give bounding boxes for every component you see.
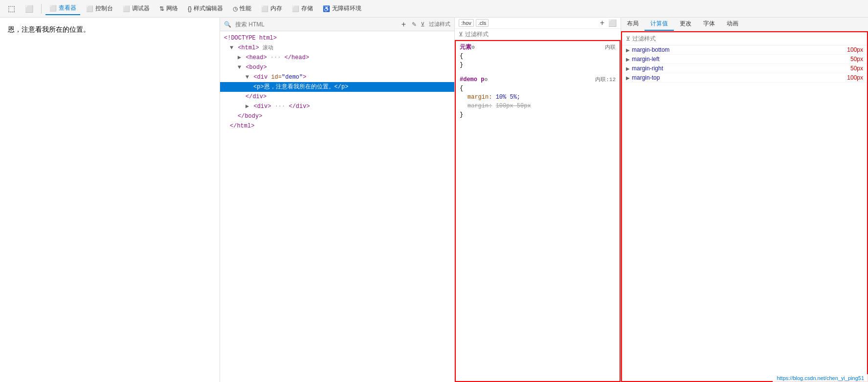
bottom-url: https://blog.csdn.net/chen_yi_ping51 <box>773 374 868 382</box>
tab-performance[interactable]: ◷ 性能 <box>229 2 255 15</box>
dom-toolbar: 🔍 + ✎ ⊻ 过滤样式 <box>220 18 454 31</box>
computed-property-margin-bottom[interactable]: ▶ margin-bottom 100px <box>622 45 867 55</box>
dom-node-div-close[interactable]: </div> <box>220 92 454 102</box>
computed-property-margin-top[interactable]: ▶ margin-top 100px <box>622 73 867 83</box>
cls-button[interactable]: .cls <box>476 19 489 27</box>
computed-panel: 布局 计算值 更改 字体 动画 ⊻ ▶ margin-bottom 100px <box>621 18 868 382</box>
styles-panel: :hov .cls + ⬜ ⊻ 元素 ⚙ 内联 <box>455 18 621 382</box>
tab-animations[interactable]: 动画 <box>721 18 744 31</box>
tab-console[interactable]: ⬜ 控制台 <box>82 2 117 15</box>
dom-node-div-collapsed[interactable]: ▶ <div> ··· </div> <box>220 102 454 111</box>
network-icon: ⇅ <box>159 5 164 12</box>
preview-text: 恩，注意看我所在的位置。 <box>8 25 212 34</box>
dom-node-body-close[interactable]: </body> <box>220 111 454 121</box>
storage-icon: ⬜ <box>292 5 299 12</box>
styles-section-demo-p: #demo p ⚙ 内联:12 { margin: 10% 5%; margin… <box>456 73 620 121</box>
style-editor-icon: {} <box>188 5 192 12</box>
dom-node-html-close[interactable]: </html> <box>220 121 454 131</box>
performance-icon: ◷ <box>233 5 238 12</box>
filter-styles-icon: ⊻ <box>459 31 463 38</box>
tab-debugger[interactable]: ⬜ 调试器 <box>119 2 154 15</box>
computed-filter-input[interactable] <box>632 34 863 43</box>
dom-node-html[interactable]: ▼ <html> 滚动 <box>220 43 454 53</box>
dom-node-head[interactable]: ▶ <head> ··· </head> <box>220 53 454 63</box>
console-icon: ⬜ <box>86 5 93 12</box>
tab-computed[interactable]: 计算值 <box>645 18 674 31</box>
accessibility-icon: ♿ <box>323 5 330 12</box>
search-icon: 🔍 <box>224 21 231 28</box>
hov-button[interactable]: :hov <box>459 19 474 27</box>
dom-node-doctype[interactable]: <!DOCTYPE html> <box>220 33 454 43</box>
styles-toolbar: :hov .cls + ⬜ <box>455 18 621 29</box>
search-input[interactable] <box>235 20 396 29</box>
app-container: ⬚ ⬜ ⬜ 查看器 ⬜ 控制台 ⬜ 调试器 ⇅ 网络 {} 样式编辑器 ◷ 性能… <box>0 0 868 382</box>
tab-inspector[interactable]: ⬜ 查看器 <box>45 2 80 15</box>
inspector-icon: ⬜ <box>49 5 57 12</box>
dom-node-div-demo[interactable]: ▼ <div id="demo"> <box>220 72 454 82</box>
new-style-sheet-icon[interactable]: ⬜ <box>608 19 617 27</box>
computed-tabs: 布局 计算值 更改 字体 动画 <box>621 18 868 31</box>
memory-icon: ⬜ <box>261 5 268 12</box>
content-area: 恩，注意看我所在的位置。 🔍 + ✎ ⊻ 过滤样式 <!DOCTYPE html… <box>0 18 868 382</box>
styles-rules: 元素 ⚙ 内联 { } #demo p ⚙ 内联:12 <box>455 40 621 382</box>
styles-section-element: 元素 ⚙ 内联 { } <box>456 41 620 71</box>
tab-changes[interactable]: 更改 <box>674 18 697 31</box>
responsive-button[interactable]: ⬜ <box>21 3 37 15</box>
tab-network[interactable]: ⇅ 网络 <box>156 2 182 15</box>
filter-styles-input[interactable] <box>465 30 617 39</box>
computed-filter-row: ⊻ <box>622 32 867 45</box>
computed-property-margin-left[interactable]: ▶ margin-left 50px <box>622 55 867 64</box>
computed-filter-icon: ⊻ <box>626 35 630 42</box>
tab-layout[interactable]: 布局 <box>621 18 645 31</box>
picker-icon[interactable]: ✎ <box>412 21 417 28</box>
separator-1 <box>41 4 42 14</box>
devtools-toolbar: ⬚ ⬜ ⬜ 查看器 ⬜ 控制台 ⬜ 调试器 ⇅ 网络 {} 样式编辑器 ◷ 性能… <box>0 0 868 18</box>
debugger-icon: ⬜ <box>123 5 130 12</box>
dom-tree: <!DOCTYPE html> ▼ <html> 滚动 ▶ <head> ···… <box>220 31 454 382</box>
tab-accessibility[interactable]: ♿ 无障碍环境 <box>319 2 365 15</box>
preview-pane: 恩，注意看我所在的位置。 <box>0 18 220 382</box>
add-style-rule-button[interactable]: + <box>598 19 606 27</box>
filter-styles-row: ⊻ <box>455 29 621 40</box>
add-icon[interactable]: + <box>400 20 408 29</box>
filter-label: 过滤样式 <box>429 21 450 28</box>
computed-content: ⊻ ▶ margin-bottom 100px ▶ margin-left 50… <box>621 31 868 382</box>
computed-property-margin-right[interactable]: ▶ margin-right 50px <box>622 64 867 73</box>
tab-style-editor[interactable]: {} 样式编辑器 <box>184 2 227 15</box>
tab-memory[interactable]: ⬜ 内存 <box>257 2 286 15</box>
inspect-button[interactable]: ⬚ <box>4 2 19 15</box>
dom-node-p-selected[interactable]: <p>恩，注意看我所在的位置。</p> <box>220 82 454 92</box>
dom-panel: 🔍 + ✎ ⊻ 过滤样式 <!DOCTYPE html> ▼ <html> 滚动 <box>220 18 455 382</box>
tab-storage[interactable]: ⬜ 存储 <box>288 2 317 15</box>
tab-fonts[interactable]: 字体 <box>697 18 721 31</box>
filter-icon[interactable]: ⊻ <box>421 21 425 28</box>
dom-node-body[interactable]: ▼ <body> <box>220 63 454 72</box>
